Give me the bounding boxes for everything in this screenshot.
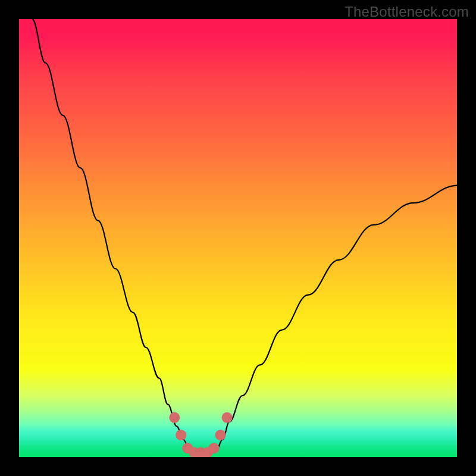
chart-plot-area [19,19,457,457]
chart-frame: TheBottleneck.com [0,0,476,476]
watermark-label: TheBottleneck.com [345,4,469,20]
optimal-marker [222,412,233,423]
bottleneck-curve-svg [19,19,457,457]
optimal-marker [209,443,220,453]
optimal-marker [176,430,186,440]
bottleneck-curve-path [32,19,457,455]
optimal-marker [169,412,180,423]
optimal-marker [215,430,226,440]
optimal-markers-group [169,412,232,457]
